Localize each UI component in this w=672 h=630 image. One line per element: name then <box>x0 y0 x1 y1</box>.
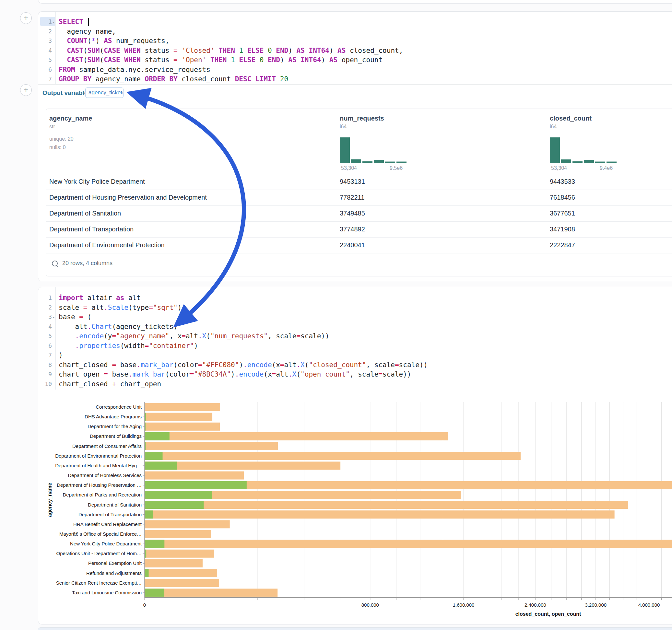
line-number: 7 <box>38 350 52 360</box>
table-row[interactable]: Department of Housing Preservation and D… <box>46 190 672 206</box>
svg-text:closed_count, open_count: closed_count, open_count <box>515 611 581 617</box>
code-line[interactable]: SELECT <box>59 17 89 27</box>
svg-text:DHS Advantage Programs: DHS Advantage Programs <box>85 414 142 419</box>
svg-text:800,000: 800,000 <box>361 602 379 608</box>
table-footer: 20 rows, 4 columns <box>62 260 113 267</box>
column-type-num-requests: i64 <box>340 124 346 130</box>
svg-text:Taxi and Limousine Commission: Taxi and Limousine Commission <box>72 590 142 595</box>
cell-num-requests: 3749485 <box>340 210 365 217</box>
svg-text:agency_name: agency_name <box>47 483 52 517</box>
code-line[interactable]: GROUP BY agency_name ORDER BY closed_cou… <box>59 74 288 84</box>
results-table: agency_name str unique: 20 nulls: 0 num_… <box>46 108 672 276</box>
fold-chevron-icon[interactable]: ⌄ <box>52 17 56 27</box>
column-unique-stat: unique: 20 <box>49 136 74 142</box>
table-row[interactable]: Department of Environmental Protection 2… <box>46 237 672 253</box>
code-line[interactable]: FROM sample_data.nyc.service_requests <box>59 65 210 75</box>
output-variable-pill[interactable]: agency_tickets <box>85 88 123 98</box>
line-number: 1 <box>38 293 52 303</box>
cell-agency-name: Department of Housing Preservation and D… <box>49 194 207 201</box>
svg-text:New York City Police Departmen: New York City Police Department <box>70 541 142 547</box>
column-header-num-requests[interactable]: num_requests <box>340 115 384 122</box>
agency-bar-chart: Correspondence UnitDHS Advantage Program… <box>43 394 672 621</box>
line-number: 2 <box>38 27 52 36</box>
closed-count-histogram <box>550 136 618 163</box>
text-cursor <box>88 18 89 26</box>
line-number: 4 <box>38 322 52 332</box>
code-line[interactable]: chart_closed = base.mark_bar(color="#FFC… <box>59 360 428 370</box>
svg-text:Refunds and Adjustments: Refunds and Adjustments <box>86 571 142 576</box>
line-number: 3 <box>38 312 52 322</box>
add-cell-button-top[interactable]: + <box>20 12 32 24</box>
svg-text:Department of Homeless Service: Department of Homeless Services <box>68 472 142 478</box>
code-line[interactable]: chart_closed + chart_open <box>59 379 161 389</box>
line-number: 4 <box>38 46 52 55</box>
svg-text:3,200,000: 3,200,000 <box>585 602 606 608</box>
previous-cell-remnant <box>38 0 672 4</box>
code-line[interactable]: agency_name, <box>59 27 116 36</box>
svg-text:Senior Citizen Rent Increase E: Senior Citizen Rent Increase Exempti… <box>56 580 142 586</box>
python-editor[interactable]: 1import altair as alt2scale = alt.Scale(… <box>38 287 672 390</box>
code-line[interactable]: CAST(SUM(CASE WHEN status = 'Open' THEN … <box>59 55 383 65</box>
code-line[interactable]: .encode(y="agency_name", x=alt.X("num_re… <box>59 331 329 341</box>
output-variable-label: Output variable: <box>43 90 90 97</box>
line-number: 6 <box>38 65 52 75</box>
code-line[interactable]: CAST(SUM(CASE WHEN status = 'Closed' THE… <box>59 46 403 55</box>
python-cell: 1import altair as alt2scale = alt.Scale(… <box>38 287 672 625</box>
svg-text:Department of Consumer Affairs: Department of Consumer Affairs <box>72 443 142 449</box>
line-number: 2 <box>38 303 52 312</box>
cell-num-requests: 7782211 <box>340 194 364 201</box>
svg-text:Department of Environmental Pr: Department of Environmental Protection <box>55 453 142 459</box>
cell-closed-count: 7618456 <box>550 194 575 201</box>
add-cell-button-output[interactable]: + <box>20 84 32 96</box>
svg-text:Department of Buildings: Department of Buildings <box>90 433 142 439</box>
column-type-agency-name: str <box>49 124 55 130</box>
column-header-agency-name[interactable]: agency_name <box>49 115 92 122</box>
svg-text:Department of Housing Preserva: Department of Housing Preservation … <box>57 482 142 488</box>
table-row[interactable]: Department of Sanitation 3749485 3677651 <box>46 205 672 222</box>
cell-num-requests: 3774892 <box>340 225 365 233</box>
hist-max-num-requests: 9.5e6 <box>390 165 403 171</box>
sql-editor[interactable]: 1⌄SELECT 2 agency_name,3 COUNT(*) AS num… <box>38 12 672 84</box>
code-line[interactable]: chart_open = base.mark_bar(color="#8BC34… <box>59 369 411 379</box>
svg-text:Operations Unit - Department o: Operations Unit - Department of Hom… <box>56 551 142 556</box>
code-line[interactable]: import altair as alt <box>59 293 141 303</box>
line-number: 1 <box>38 17 52 27</box>
cell-agency-name: New York City Police Department <box>49 178 145 185</box>
cell-closed-count: 9443533 <box>550 178 575 185</box>
line-number: 3 <box>38 36 52 46</box>
gutter-divider <box>55 287 56 390</box>
column-type-closed-count: i64 <box>550 124 557 130</box>
code-line[interactable]: base = ( <box>59 312 91 322</box>
svg-text:Department for the Aging: Department for the Aging <box>88 423 142 429</box>
code-line[interactable]: .properties(width="container") <box>59 341 198 350</box>
table-row[interactable]: New York City Police Department 9453131 … <box>46 174 672 190</box>
next-cell-edge[interactable] <box>38 627 672 630</box>
cell-num-requests: 2240041 <box>340 241 365 249</box>
sql-cell: 1⌄SELECT 2 agency_name,3 COUNT(*) AS num… <box>38 11 672 281</box>
hist-min-num-requests: 53,304 <box>341 165 357 171</box>
svg-text:Department of Transportation: Department of Transportation <box>78 512 142 517</box>
output-section-divider <box>38 100 672 100</box>
cell-agency-name: Department of Transportation <box>49 225 134 233</box>
svg-text:Department of Sanitation: Department of Sanitation <box>88 502 142 508</box>
svg-text:HRA Benefit Card Replacement: HRA Benefit Card Replacement <box>73 522 142 527</box>
code-line[interactable]: alt.Chart(agency_tickets) <box>59 322 178 332</box>
fold-chevron-icon[interactable]: ⌄ <box>52 312 56 322</box>
svg-text:Personal Exemption Unit: Personal Exemption Unit <box>88 560 142 566</box>
hist-min-closed-count: 53,304 <box>551 165 567 171</box>
svg-text:0: 0 <box>143 602 146 608</box>
line-number: 8 <box>38 360 52 370</box>
cell-agency-name: Department of Sanitation <box>49 210 121 217</box>
cell-closed-count: 3677651 <box>550 210 575 217</box>
column-header-closed-count[interactable]: closed_count <box>550 115 592 122</box>
svg-text:Department of Parks and Recrea: Department of Parks and Recreation <box>63 492 142 498</box>
search-icon[interactable] <box>52 261 58 266</box>
code-line[interactable]: COUNT(*) AS num_requests, <box>59 36 169 46</box>
cell-divider <box>38 84 672 84</box>
code-line[interactable]: ) <box>59 350 63 360</box>
line-number: 7 <box>38 74 52 84</box>
svg-text:1,600,000: 1,600,000 <box>453 602 475 608</box>
code-line[interactable]: scale = alt.Scale(type="sqrt") <box>59 303 182 312</box>
line-number: 5 <box>38 331 52 341</box>
table-row[interactable]: Department of Transportation 3774892 347… <box>46 221 672 238</box>
